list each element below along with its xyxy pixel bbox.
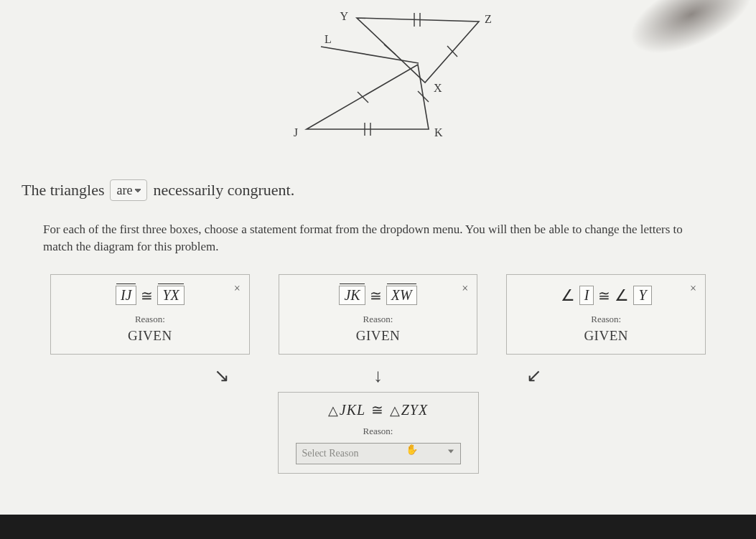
statement-2: JK ≅ XW	[286, 285, 470, 306]
angle-input-right[interactable]: Y	[633, 286, 651, 305]
reason-label: Reason:	[514, 314, 698, 325]
sentence-suffix: necessarily congruent.	[153, 181, 294, 200]
statement-card-3: × ∠ I ≅ ∠ Y Reason: GIVEN	[506, 274, 706, 355]
triangle-left: JKL	[340, 402, 365, 418]
instructions-text: For each of the first three boxes, choos…	[43, 221, 713, 256]
angle-symbol: ∠	[561, 286, 577, 305]
close-icon[interactable]: ×	[234, 282, 241, 295]
triangle-symbol: △	[328, 403, 340, 418]
label-Z: Z	[485, 13, 492, 25]
angle-symbol: ∠	[615, 286, 630, 305]
statement-card-1: × IJ ≅ YX Reason: GIVEN	[50, 274, 250, 355]
reason-label: Reason:	[286, 314, 470, 325]
segment-input-right[interactable]: XW	[386, 286, 417, 305]
reason-label: Reason:	[58, 314, 242, 325]
segment-input-right[interactable]: YX	[157, 286, 184, 305]
close-icon[interactable]: ×	[462, 282, 468, 295]
svg-marker-1	[307, 65, 429, 129]
reason-select-dropdown[interactable]: Select Reason	[296, 443, 461, 464]
segment-input-left[interactable]: IJ	[116, 286, 137, 305]
statement-cards-row: × IJ ≅ YX Reason: GIVEN × JK ≅ XW Reason…	[50, 274, 706, 355]
svg-line-4	[384, 44, 396, 55]
congruent-symbol: ≅	[597, 287, 612, 304]
triangle-symbol: △	[390, 403, 401, 418]
svg-line-10	[321, 47, 419, 63]
reason-select-wrap: Select Reason ✋	[296, 437, 461, 464]
label-X: X	[434, 82, 442, 94]
segment-input-left[interactable]: JK	[339, 286, 365, 305]
arrows-row: ↘ ↓ ↙	[22, 362, 734, 390]
conclusion-statement: △JKL ≅ △ZYX	[286, 401, 471, 418]
sentence-prefix: The triangles	[22, 181, 104, 200]
conclusion-wrap: △JKL ≅ △ZYX Reason: Select Reason ✋	[22, 392, 734, 474]
angle-input-left[interactable]: I	[579, 286, 594, 305]
statement-card-2: × JK ≅ XW Reason: GIVEN	[279, 274, 478, 355]
triangle-right: ZYX	[401, 402, 428, 418]
page: Y Z X L J K The triangles are necessaril…	[0, 0, 756, 539]
label-J: J	[293, 126, 297, 139]
reason-value: GIVEN	[286, 328, 470, 344]
congruent-symbol: ≅	[370, 402, 386, 418]
arrow-down-icon: ↓	[373, 365, 383, 387]
arrow-down-right-icon: ↘	[214, 365, 230, 387]
reason-label: Reason:	[286, 426, 471, 437]
reason-value: GIVEN	[514, 328, 698, 344]
svg-marker-0	[357, 18, 479, 83]
svg-line-8	[358, 92, 368, 103]
bottom-bar	[0, 515, 756, 539]
conclusion-card: △JKL ≅ △ZYX Reason: Select Reason ✋	[278, 392, 479, 474]
arrow-down-left-icon: ↙	[526, 365, 542, 387]
label-L: L	[325, 33, 332, 45]
congruence-sentence: The triangles are necessarily congruent.	[22, 179, 734, 201]
congruent-symbol: ≅	[139, 287, 154, 304]
reason-value: GIVEN	[58, 328, 242, 344]
statement-3: ∠ I ≅ ∠ Y	[514, 285, 698, 306]
diagram-svg: Y Z X L J K	[228, 7, 529, 151]
label-K: K	[434, 126, 443, 139]
congruent-symbol: ≅	[368, 287, 383, 304]
statement-1: IJ ≅ YX	[58, 285, 242, 306]
are-dropdown[interactable]: are	[110, 179, 147, 201]
close-icon[interactable]: ×	[690, 282, 696, 295]
label-Y: Y	[340, 10, 348, 22]
triangles-diagram: Y Z X L J K	[22, 7, 734, 151]
